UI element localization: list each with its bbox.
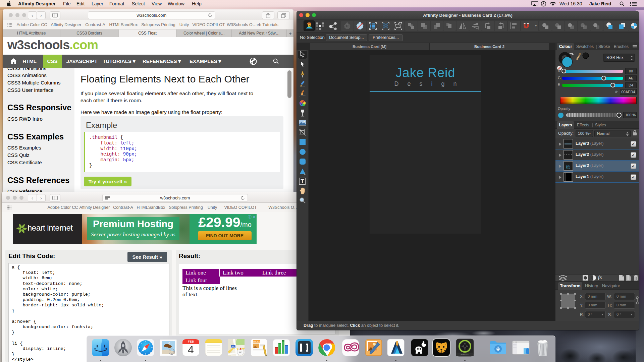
svg-text:4: 4 (188, 344, 194, 356)
svg-text:280: 280 (231, 346, 235, 348)
svg-text:PAGES: PAGES (253, 341, 260, 343)
svg-text:wacom: wacom (460, 353, 469, 356)
svg-text:3D: 3D (239, 351, 242, 354)
svg-text:FEB: FEB (188, 340, 194, 343)
